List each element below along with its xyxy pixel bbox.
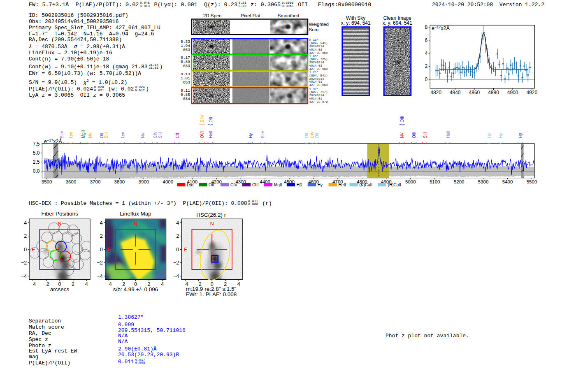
svg-text:2: 2 <box>176 233 179 239</box>
svg-text:}: } <box>422 142 428 144</box>
svg-text:−4: −4 <box>21 274 27 279</box>
svg-text:}: } <box>200 124 205 125</box>
svg-text:Hβ: Hβ <box>297 183 302 187</box>
svg-text:SiIV: SiIV <box>260 130 265 138</box>
svg-text:2.5: 2.5 <box>33 159 40 165</box>
svg-text:4: 4 <box>85 281 88 287</box>
svg-text:HeII: HeII <box>339 183 346 187</box>
svg-text:−4: −4 <box>30 281 36 287</box>
svg-text:7.5: 7.5 <box>33 141 40 147</box>
svg-text:}: } <box>68 142 74 144</box>
svg-text:s/b: 4.99 +/- 0.096: s/b: 4.99 +/- 0.096 <box>113 286 158 292</box>
svg-text:−4: −4 <box>173 274 179 279</box>
svg-text:5100: 5100 <box>430 179 440 184</box>
svg-text:(H)CaII: (H)CaII <box>388 183 401 187</box>
svg-text:−2: −2 <box>97 260 102 266</box>
svg-text:Hγ: Hγ <box>318 183 323 187</box>
svg-text:2: 2 <box>24 233 27 239</box>
svg-text:Lineflux Map: Lineflux Map <box>120 211 151 217</box>
svg-text:}: } <box>498 142 504 144</box>
svg-text:Hγ: Hγ <box>487 133 492 138</box>
svg-text:−2: −2 <box>21 260 27 266</box>
svg-text:HSC(26.2) r: HSC(26.2) r <box>196 212 226 218</box>
svg-text:Hγ: Hγ <box>249 133 253 138</box>
svg-text:8: 8 <box>425 24 428 30</box>
svg-text:OII: OII <box>100 133 104 138</box>
svg-text:SiII: SiII <box>423 132 427 138</box>
svg-text:}: } <box>140 142 146 144</box>
svg-text:HeII: HeII <box>446 131 451 138</box>
svg-text:5500: 5500 <box>527 179 537 184</box>
svg-text:NV: NV <box>88 132 93 138</box>
svg-text:}: } <box>208 142 214 144</box>
svg-text:}: } <box>518 142 523 144</box>
svg-text:5300: 5300 <box>478 179 489 184</box>
svg-text:Weighted: Weighted <box>309 22 329 27</box>
svg-text:0.0: 0.0 <box>33 168 40 174</box>
svg-text:6: 6 <box>425 37 428 43</box>
svg-text:2: 2 <box>72 281 74 287</box>
svg-text:4: 4 <box>100 220 103 226</box>
svg-text:4000: 4000 <box>163 179 174 184</box>
svg-text:CIV: CIV <box>153 131 158 138</box>
svg-text:3500: 3500 <box>42 179 52 184</box>
svg-text:SiII: SiII <box>158 132 163 138</box>
svg-text:OIII: OIII <box>412 132 416 138</box>
svg-text:}: } <box>120 142 125 144</box>
svg-text:HeII: HeII <box>209 131 213 138</box>
svg-text:}: } <box>200 142 205 144</box>
svg-text:Lyα: Lyα <box>69 132 73 138</box>
svg-text:}: } <box>208 124 214 125</box>
svg-text:2: 2 <box>425 63 428 69</box>
svg-text:}: } <box>103 142 109 144</box>
svg-text:NV: NV <box>141 132 145 138</box>
svg-text:Hβ: Hβ <box>518 133 523 138</box>
svg-text:Hγ: Hγ <box>499 133 503 138</box>
svg-text:x, y: 694, 541: x, y: 694, 541 <box>341 20 371 26</box>
svg-text:}: } <box>59 142 65 144</box>
svg-text:e−17x2Å: e−17x2Å <box>432 25 450 32</box>
svg-text:arcsecs: arcsecs <box>50 286 70 292</box>
svg-text:4: 4 <box>161 281 164 287</box>
svg-text:−4: −4 <box>97 274 102 279</box>
svg-text:OVI: OVI <box>200 131 204 138</box>
svg-text:CIV: CIV <box>310 131 315 138</box>
svg-text:5.0: 5.0 <box>33 150 40 156</box>
svg-text:4860: 4860 <box>469 90 480 95</box>
svg-text:x, y: 694, 541: x, y: 694, 541 <box>383 20 412 26</box>
svg-text:N: N <box>58 221 62 227</box>
svg-text:E: E <box>184 247 187 253</box>
svg-text:Lyα: Lyα <box>187 183 193 187</box>
svg-text:MgII: MgII <box>274 183 282 187</box>
svg-text:Pixel Flat: Pixel Flat <box>241 13 260 18</box>
svg-text:(K)CaII: (K)CaII <box>360 183 373 187</box>
svg-text:}: } <box>248 142 253 144</box>
svg-text:}: } <box>157 142 163 144</box>
svg-text:2: 2 <box>100 233 103 239</box>
svg-text:Lyα: Lyα <box>121 132 125 138</box>
svg-text:OII: OII <box>209 183 214 187</box>
svg-text:5000: 5000 <box>405 179 416 184</box>
svg-text:E: E <box>32 247 35 253</box>
svg-text:4: 4 <box>24 220 27 226</box>
svg-text:OII: OII <box>209 117 213 122</box>
svg-text:SiIV: SiIV <box>60 130 64 138</box>
svg-text:}: } <box>486 142 492 144</box>
svg-text:CIII: CIII <box>252 183 259 187</box>
svg-text:OII: OII <box>315 133 319 138</box>
svg-text:3900: 3900 <box>139 179 149 184</box>
svg-text:}: } <box>445 142 451 144</box>
svg-text:CIV: CIV <box>230 183 237 187</box>
svg-text:−2: −2 <box>43 281 49 287</box>
svg-text:4820: 4820 <box>430 90 441 95</box>
svg-text:4: 4 <box>237 281 240 287</box>
svg-text:3700: 3700 <box>90 179 101 184</box>
svg-text:+: + <box>57 247 60 253</box>
svg-text:N: N <box>210 221 214 227</box>
svg-text:}: } <box>260 142 266 144</box>
svg-text:}: } <box>174 142 180 144</box>
svg-text:4: 4 <box>425 51 428 56</box>
svg-text:CII: CII <box>175 133 180 138</box>
svg-text:N: N <box>134 221 137 227</box>
svg-text:−4: −4 <box>106 281 111 287</box>
